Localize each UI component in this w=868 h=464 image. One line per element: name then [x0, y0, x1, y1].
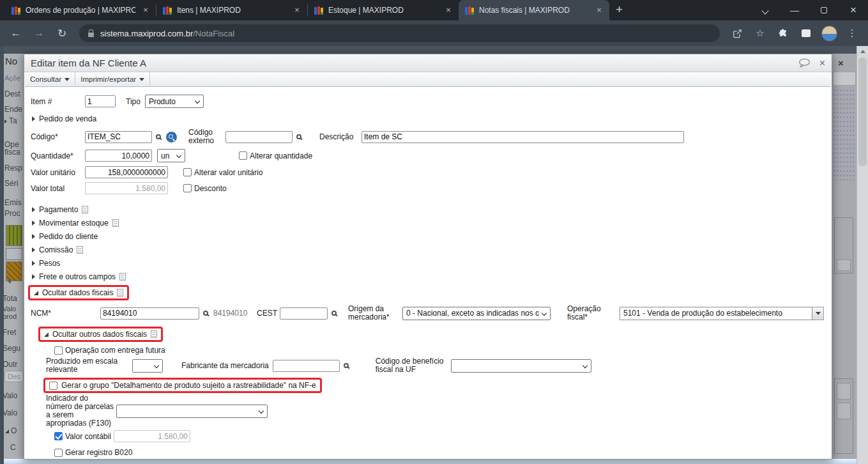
background-toolbar-fragment: [833, 72, 856, 86]
valor-contabil-input[interactable]: [114, 430, 190, 442]
new-tab-button[interactable]: +: [616, 3, 623, 17]
section-movimentar-estoque[interactable]: Movimentar estoque: [32, 219, 832, 228]
notes-icon[interactable]: [82, 206, 88, 213]
section-pedido-de-venda[interactable]: Pedido de venda: [32, 114, 832, 123]
section-pedido-do-cliente[interactable]: Pedido do cliente: [32, 232, 832, 241]
search-icon[interactable]: [203, 311, 208, 316]
rastreabilidade-checkbox[interactable]: [49, 382, 57, 390]
valor-total-input[interactable]: [85, 182, 168, 194]
background-close-icon: ×: [838, 58, 844, 68]
tab-estoque[interactable]: Estoque | MAXIPROD ×: [308, 0, 459, 20]
tab-search-chevron-icon[interactable]: [750, 5, 780, 15]
item-lookup-icon[interactable]: [166, 132, 177, 143]
window-minimize-button[interactable]: —: [780, 5, 809, 15]
background-label-fragment: Resp: [4, 164, 22, 173]
imprimir-exportar-menu-button[interactable]: Imprimir/exportar: [75, 72, 150, 86]
search-icon[interactable]: [156, 134, 161, 139]
tab-close-icon[interactable]: ×: [443, 5, 453, 15]
tab-ordens-de-producao[interactable]: Ordens de produção | MAXIPROD ×: [5, 0, 156, 20]
ncm-input[interactable]: [100, 307, 199, 320]
valor-contabil-checkbox[interactable]: [54, 432, 63, 440]
cest-input[interactable]: [280, 307, 328, 320]
forward-icon[interactable]: →: [29, 27, 49, 40]
descricao-label: Descrição: [319, 132, 356, 141]
tab-notas-fiscais-active[interactable]: Notas fiscais | MAXIPROD ×: [459, 0, 609, 20]
url-text[interactable]: sistema.maxiprod.com.br/NotaFiscal: [100, 29, 234, 38]
share-icon[interactable]: [727, 28, 747, 39]
notes-icon[interactable]: [119, 273, 126, 281]
side-panel-icon[interactable]: [796, 29, 816, 37]
descricao-input[interactable]: [362, 131, 684, 143]
scrollbar-up-arrow[interactable]: [857, 46, 868, 56]
section-frete-e-outros-campos[interactable]: Frete e outros campos: [32, 272, 832, 281]
window-close-button[interactable]: ×: [839, 4, 868, 17]
escala-relevante-select[interactable]: [132, 359, 163, 373]
escala-relevante-label: Produzido em escala relevante: [46, 357, 132, 374]
tipo-label: Tipo: [126, 97, 141, 106]
alterar-valor-unitario-checkbox[interactable]: [183, 168, 192, 176]
ncm-label: NCM*: [31, 309, 100, 318]
browser-tab-strip: Ordens de produção | MAXIPROD × Itens | …: [0, 0, 868, 20]
extensions-puzzle-icon[interactable]: [773, 28, 793, 38]
codigo-input[interactable]: [85, 131, 152, 143]
combo-dropdown-button[interactable]: [812, 307, 824, 320]
page-scrollbar[interactable]: [857, 46, 868, 464]
valor-unitario-input[interactable]: [85, 166, 168, 178]
notes-icon[interactable]: [117, 289, 123, 297]
background-grid-fragment: [833, 88, 856, 180]
notes-icon[interactable]: [112, 219, 119, 227]
reload-icon[interactable]: ↻: [52, 27, 72, 40]
background-scroll-left-icon: [8, 279, 11, 284]
search-icon[interactable]: [296, 134, 301, 139]
unidade-select[interactable]: un: [157, 149, 185, 162]
section-ocultar-dados-fiscais[interactable]: Ocultar dados fiscais: [34, 288, 123, 297]
section-pesos[interactable]: Pesos: [32, 259, 832, 268]
bookmark-star-icon[interactable]: ☆: [750, 27, 770, 39]
beneficio-fiscal-select[interactable]: [451, 359, 591, 373]
background-label-fragment: prod: [3, 313, 17, 320]
section-pagamento[interactable]: Pagamento: [32, 205, 832, 214]
gerar-b020-checkbox[interactable]: [54, 449, 63, 457]
section-comissao[interactable]: Comissão: [32, 245, 832, 254]
browser-menu-kebab-icon[interactable]: ⋮: [842, 27, 862, 39]
notes-icon[interactable]: [77, 246, 83, 254]
ocultar-dados-fiscais-highlight: Ocultar dados fiscais: [28, 285, 129, 300]
expanded-triangle-icon: [34, 291, 38, 295]
codigo-externo-input[interactable]: [225, 131, 293, 143]
tab-itens[interactable]: Itens | MAXIPROD ×: [156, 0, 307, 20]
background-label-fragment: C: [10, 443, 16, 452]
lock-icon[interactable]: [88, 33, 94, 37]
dialog-close-icon[interactable]: ×: [819, 58, 825, 69]
desconto-checkbox[interactable]: [183, 184, 192, 192]
quantidade-input[interactable]: [85, 150, 152, 162]
tab-close-icon[interactable]: ×: [292, 5, 302, 15]
tab-close-icon[interactable]: ×: [594, 5, 604, 15]
background-thumbnail-gray: [6, 248, 22, 260]
profile-avatar[interactable]: [819, 26, 839, 42]
consultar-menu-button[interactable]: Consultar: [25, 72, 75, 86]
operacao-fiscal-combobox[interactable]: 5101 - Venda de produção do estabelecime…: [620, 307, 824, 320]
alterar-quantidade-checkbox[interactable]: [239, 151, 247, 160]
edit-nf-item-dialog: Editar item da NF Cliente A × Consultar …: [24, 54, 832, 460]
tab-close-icon[interactable]: ×: [141, 5, 151, 15]
notes-icon[interactable]: [151, 330, 157, 338]
tipo-select[interactable]: Produto: [145, 95, 204, 108]
collapsed-triangle-icon: [32, 207, 35, 212]
item-number-input[interactable]: [85, 95, 116, 107]
origem-mercadoria-select[interactable]: 0 - Nacional, exceto as indicadas nos c: [402, 307, 551, 320]
address-bar[interactable]: sistema.maxiprod.com.br/NotaFiscal: [79, 24, 720, 42]
section-ocultar-outros-dados-fiscais[interactable]: Ocultar outros dados fiscais: [44, 330, 157, 339]
f130-select[interactable]: [116, 405, 268, 418]
rastreabilidade-highlight: Gerar o grupo "Detalhamento de produto s…: [43, 378, 322, 393]
scrollbar-thumb[interactable]: [858, 58, 867, 166]
background-label-fragment: Emis: [4, 198, 22, 207]
comment-bubble-icon[interactable]: [798, 58, 811, 68]
entrega-futura-checkbox[interactable]: [54, 346, 63, 355]
background-label-fragment: Séri: [4, 179, 18, 188]
back-icon[interactable]: ←: [6, 27, 26, 40]
search-icon[interactable]: [344, 363, 349, 368]
background-top-strip: [4, 46, 857, 54]
window-maximize-button[interactable]: [809, 5, 839, 15]
search-icon[interactable]: [331, 311, 337, 316]
fabricante-input[interactable]: [273, 360, 340, 372]
